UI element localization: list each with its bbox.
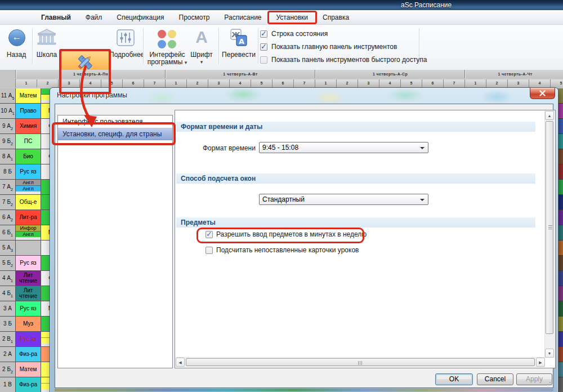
lesson-cell: Матем — [16, 362, 41, 377]
class-row-label: 3 А — [0, 301, 16, 317]
menu-item-Справка[interactable]: Справка — [315, 11, 356, 24]
settings-category-item[interactable]: Установки, специф. для страны — [58, 128, 172, 140]
class-row-label: 2 Б2 — [0, 362, 16, 377]
program-interface-button[interactable]: Интерфейс программы ▾ — [145, 27, 189, 69]
back-button[interactable]: ← Назад — [3, 27, 29, 66]
view-option-checkbox[interactable] — [260, 30, 267, 38]
annotation-arrow — [78, 65, 111, 130]
period-number-cell: 2 — [337, 79, 358, 87]
toolbar-separator — [32, 28, 33, 64]
allow-minutes-label: Разрешить ввод предметов в минутах в нед… — [216, 230, 367, 238]
period-number-cell: 3 — [358, 79, 379, 87]
menu-item-Просмотр[interactable]: Просмотр — [172, 11, 217, 24]
program-interface-label: Интерфейс программы ▾ — [145, 51, 189, 66]
period-number-cell: 1 — [166, 79, 187, 87]
lesson-cell: Рус яз — [16, 256, 41, 271]
lesson-cell: Лит-ра — [16, 210, 41, 225]
lesson-cell: Рус яз — [16, 332, 41, 347]
lesson-cell: АнглАнгл — [16, 180, 41, 195]
lesson-cell: Матем — [16, 88, 41, 104]
lesson-cell: Химия — [16, 119, 41, 134]
view-option-row[interactable]: Показать панель инструментов быстрого до… — [260, 56, 427, 64]
menu-item-Спецификация[interactable]: Спецификация — [109, 11, 171, 24]
period-number-cell: 4 — [379, 79, 401, 87]
menu-item-Расписание[interactable]: Расписание — [217, 11, 269, 24]
class-row-label: 10 А1 — [0, 104, 16, 119]
grid-corner-cell — [0, 70, 16, 78]
period-number-cell: 2 — [486, 79, 508, 87]
details-button[interactable]: Подробнее — [109, 27, 142, 66]
settings-category-list: Интерфейс пользователяУстановки, специф.… — [57, 115, 173, 368]
translate-label: Перевести — [222, 51, 256, 59]
vertical-scroll-thumb[interactable] — [546, 121, 553, 334]
class-row-label: 8 А1 — [0, 149, 16, 164]
svg-text:A: A — [239, 37, 244, 46]
panel-horizontal-scrollbar[interactable]: ◀ ▶ — [176, 357, 545, 367]
count-unplaced-checkbox-row[interactable]: Подсчитать непоставленные карточки уроко… — [205, 246, 359, 254]
class-row-label: 8 Б — [0, 164, 16, 180]
view-option-checkbox[interactable] — [260, 56, 267, 64]
school-button[interactable]: Школа — [34, 27, 60, 66]
translate-button[interactable]: Ж A Перевести — [222, 27, 256, 66]
period-number-cell: 4 — [230, 79, 251, 87]
settings-category-item[interactable]: Интерфейс пользователя — [58, 115, 172, 128]
dropdown-arrow-icon — [420, 147, 425, 149]
lesson-cell: Лит чтение — [16, 271, 41, 286]
font-letter-icon: A — [188, 28, 215, 47]
period-number-cell: 5 — [251, 79, 272, 87]
details-label: Подробнее — [109, 51, 142, 59]
horizontal-scroll-thumb[interactable] — [186, 358, 535, 366]
menu-item-Главный[interactable]: Главный — [34, 11, 78, 24]
grid-corner-cell — [0, 79, 16, 88]
toolbar-separator — [143, 28, 144, 64]
scroll-right-icon[interactable]: ▶ — [536, 358, 545, 367]
menu-item-Установки[interactable]: Установки — [269, 11, 315, 24]
resize-grip[interactable] — [546, 380, 551, 386]
menu-item-Файл[interactable]: Файл — [78, 11, 110, 24]
period-number-cell: 5 — [401, 79, 422, 87]
period-number-cell: 7 — [294, 79, 315, 87]
lesson-cell: Муз — [16, 317, 41, 332]
period-number-cell: 7 — [444, 79, 465, 87]
period-number-cell: 1 — [465, 79, 486, 87]
allow-minutes-checkbox[interactable] — [205, 231, 213, 238]
lesson-cell: Лит чтение — [16, 286, 41, 301]
class-row-label: 9 Б2 — [0, 134, 16, 149]
view-option-checkbox[interactable] — [260, 43, 267, 51]
dialog-client-area: Интерфейс пользователяУстановки, специф.… — [55, 104, 553, 388]
dialog-close-button[interactable] — [530, 88, 555, 99]
period-number-cell: 5 — [551, 79, 563, 87]
period-number-cell: 6 — [272, 79, 294, 87]
period-number-cell: 2 — [37, 79, 59, 87]
lesson-subcell: Англ — [16, 180, 41, 186]
font-button[interactable]: A Шрифт ▾ — [188, 27, 215, 69]
settings-content-panel: Формат времени и даты Формат времени 9:4… — [175, 110, 556, 368]
panel-vertical-scrollbar[interactable]: ▲ ▼ — [544, 111, 555, 358]
ribbon-toolbar: ← Назад Школа Н — [0, 25, 563, 70]
lesson-cell: ПС — [16, 134, 41, 149]
class-row-label: 3 Б — [0, 317, 16, 332]
scroll-up-icon[interactable]: ▲ — [545, 111, 554, 120]
view-option-row[interactable]: Строка состояния — [260, 30, 328, 38]
scroll-left-icon[interactable]: ◀ — [176, 358, 185, 367]
ok-button[interactable]: OK — [435, 373, 473, 385]
aero-glass-bottom-strip — [55, 389, 553, 391]
scroll-down-icon[interactable]: ▼ — [545, 349, 554, 358]
lesson-subcell: Англ — [16, 186, 41, 191]
app-title: aSc Расписание — [401, 1, 452, 9]
class-row-label: 2 А — [0, 347, 16, 362]
cancel-button[interactable]: Cancel — [477, 373, 513, 385]
count-unplaced-checkbox[interactable] — [205, 247, 213, 254]
section-header-time-format: Формат времени и даты — [176, 122, 535, 132]
view-option-row[interactable]: Показать главную панель инструментов — [260, 43, 397, 51]
period-number-cell: 1 — [315, 79, 337, 87]
window-count-dropdown[interactable]: Стандартный — [259, 194, 428, 205]
back-arrow-icon: ← — [8, 29, 25, 46]
colored-circles-icon — [158, 30, 177, 49]
school-label: Школа — [34, 51, 60, 59]
class-row-label: 11 А5 — [0, 88, 16, 104]
menu-bar: ГлавныйФайлСпецификацияПросмотрРасписани… — [0, 10, 563, 25]
view-option-label: Показать главную панель инструментов — [271, 43, 397, 51]
time-format-dropdown[interactable]: 9:45 - 15:08 — [259, 142, 428, 153]
allow-minutes-checkbox-row[interactable]: Разрешить ввод предметов в минутах в нед… — [205, 230, 367, 238]
